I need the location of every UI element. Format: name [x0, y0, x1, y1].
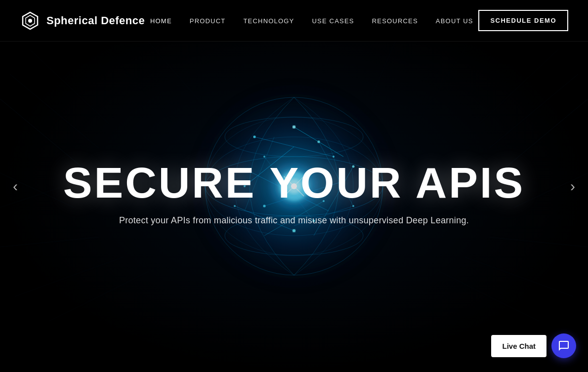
hero-content: SECURE YOUR APIS Protect your APIs from …	[63, 161, 525, 226]
hero-subtitle: Protect your APIs from malicious traffic…	[63, 215, 525, 226]
nav-link-technology[interactable]: TECHNOLOGY	[243, 17, 294, 25]
nav-item-product[interactable]: PRODUCT	[190, 16, 226, 25]
nav-item-technology[interactable]: TECHNOLOGY	[243, 16, 294, 25]
svg-line-13	[464, 257, 573, 296]
nav-link-use-cases[interactable]: USE CASES	[312, 17, 354, 25]
carousel-prev-button[interactable]: ‹	[5, 171, 26, 202]
svg-line-11	[479, 49, 558, 124]
hero-section: SECURE YOUR APIS Protect your APIs from …	[0, 0, 588, 372]
svg-line-4	[0, 237, 99, 247]
nav-link-home[interactable]: HOME	[150, 17, 172, 25]
nav-item-resources[interactable]: RESOURCES	[372, 16, 418, 25]
svg-point-60	[28, 19, 32, 23]
svg-point-43	[318, 140, 320, 143]
brand-link[interactable]: Spherical Defence	[20, 10, 145, 31]
nav-item-home[interactable]: HOME	[150, 16, 172, 25]
live-chat-label[interactable]: Live Chat	[491, 335, 546, 357]
nav-link-resources[interactable]: RESOURCES	[372, 17, 418, 25]
live-chat-widget: Live Chat	[491, 333, 576, 358]
carousel-next-button[interactable]: ›	[562, 171, 583, 202]
svg-point-47	[293, 125, 295, 128]
chat-icon	[558, 340, 570, 352]
svg-line-2	[10, 74, 99, 148]
live-chat-button[interactable]	[551, 333, 576, 358]
svg-line-12	[489, 237, 588, 247]
svg-point-39	[333, 156, 335, 158]
svg-point-48	[263, 156, 265, 158]
hero-title: SECURE YOUR APIS	[63, 161, 525, 205]
svg-point-46	[293, 229, 295, 232]
nav-links: HOME PRODUCT TECHNOLOGY USE CASES RESOUR…	[150, 16, 473, 25]
navbar: Spherical Defence HOME PRODUCT TECHNOLOG…	[0, 0, 588, 41]
svg-line-6	[49, 272, 148, 321]
svg-line-3	[30, 49, 109, 124]
brand-name: Spherical Defence	[46, 14, 145, 27]
schedule-demo-button[interactable]: SCHEDULE DEMO	[478, 10, 568, 31]
svg-line-17	[99, 41, 173, 124]
svg-point-38	[253, 135, 256, 138]
nav-item-use-cases[interactable]: USE CASES	[312, 16, 354, 25]
svg-line-5	[15, 257, 124, 296]
nav-link-product[interactable]: PRODUCT	[190, 17, 226, 25]
svg-line-18	[420, 41, 469, 119]
nav-link-about[interactable]: ABOUT US	[436, 17, 473, 25]
nav-item-about[interactable]: ABOUT US	[436, 16, 473, 25]
svg-line-10	[489, 74, 578, 148]
brand-logo-icon	[20, 10, 41, 31]
svg-line-14	[440, 272, 539, 321]
